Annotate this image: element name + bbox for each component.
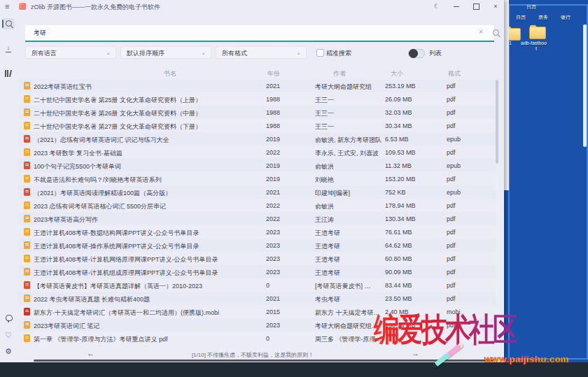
sidebar-item-downloads[interactable]: ↓ <box>2 43 15 55</box>
table-row[interactable]: 二十世纪中国史学名著 第26册 文化大革命研究资料（中册） 1988 王三一 3… <box>18 106 496 119</box>
book-title[interactable]: 王道计算机408考研-计算机组成原理网课PPT讲义-公众号书单目录 <box>34 269 244 278</box>
desktop-icon-label[interactable]: 银行 <box>561 14 570 21</box>
heart-icon: ♡ <box>2 330 15 340</box>
sidebar-item-notifications[interactable] <box>2 313 15 325</box>
format-filter-dropdown[interactable]: 所有格式 ⌄ <box>216 46 307 59</box>
table-scrollbar[interactable] <box>496 80 498 344</box>
book-title[interactable]: 第一章 《管理学-原理与方法》考研重点讲义 pdf <box>34 335 244 344</box>
screen-scrollbar-thumb[interactable] <box>583 24 587 147</box>
header-size[interactable]: 大小 <box>391 69 403 78</box>
book-title[interactable]: 二十世纪中国史学名著 第27册 文化大革命研究资料（下册） <box>34 122 244 131</box>
book-title[interactable]: 2022考研英语红宝书 <box>34 83 244 92</box>
table-row[interactable]: （2021）考研英语阅读理解精读100篇（高分版） 2021 印建坤[编著] 7… <box>18 185 496 199</box>
book-author: 俞敏洪, 新东方考研团队 <box>315 136 382 145</box>
book-title[interactable]: 2023 考研数学 复习全书·基础篇 <box>34 149 244 158</box>
book-author: [考研英语黄皮书] … <box>315 282 382 291</box>
desktop-icon-label[interactable]: 日历 <box>516 14 526 21</box>
desktop-icon-label[interactable]: 票务 <box>538 14 548 21</box>
horizontal-scrollbar[interactable] <box>34 360 494 362</box>
list-view-toggle[interactable] <box>408 49 425 58</box>
table-row[interactable]: 二十世纪中国史学名著 第27册 文化大革命研究资料（下册） 1988 王三一 3… <box>18 119 496 132</box>
book-title[interactable]: 2023 恋练有词考研英语核心词汇 5500分层串记 <box>34 202 244 211</box>
sort-filter-dropdown[interactable]: 默认排序顺序 ⌄ <box>120 46 211 59</box>
table-row[interactable]: 王道计算机408考研-数据结构网课PPT讲义-公众号书单目录 2023 王道考研… <box>18 225 496 239</box>
book-author: 王道考研 <box>315 269 382 278</box>
book-title[interactable]: 【考研英语黄皮书】考研英语真题详解（英语一）2010-2023 <box>34 282 244 291</box>
book-author: 王三一 <box>315 109 382 118</box>
book-format: pdf <box>447 122 482 129</box>
book-title[interactable]: 二十世纪中国史学名著 第25册 文化大革命研究资料（上册） <box>34 96 244 105</box>
table-scrollbar-thumb[interactable] <box>496 80 498 164</box>
sidebar-item-library[interactable] <box>2 69 15 80</box>
search-submit-icon[interactable] <box>493 29 499 36</box>
book-size: 76.61 MB <box>385 229 430 236</box>
minimize-button[interactable] <box>451 2 461 10</box>
book-size: 6.53 MB <box>385 136 430 143</box>
book-year: 2022 <box>266 149 297 156</box>
header-year[interactable]: 年份 <box>267 69 280 78</box>
book-year: 2023 <box>266 242 297 249</box>
book-title[interactable]: （2021）考研英语阅读理解精读100篇（高分版） <box>34 189 244 198</box>
bell-icon <box>6 315 13 321</box>
taskbar: W B] 30°C 阴 ∧ 英 + 5 10:58 2025-07-30 <box>0 362 588 377</box>
hamburger-menu-icon[interactable]: ≡ <box>5 2 9 10</box>
book-year: 0 <box>266 282 297 289</box>
book-title[interactable]: 王道计算机408考研-计算机网络原理网课PPT讲义-公众号书单目录 <box>34 255 244 264</box>
book-title[interactable]: 2023考研英语词汇 笔记 <box>34 322 244 331</box>
close-button[interactable]: × <box>491 2 500 10</box>
table-row[interactable]: （2021）恋练有词考研英语词汇 识记与练习大全 2019 俞敏洪, 新东方考研… <box>18 132 496 145</box>
folder-icon-adb-fastboot[interactable] <box>529 27 546 39</box>
book-title[interactable]: 王道计算机408考研-操作系统网课PPT讲义-公众号书单目录 <box>34 242 244 251</box>
header-format[interactable]: 格式 <box>448 69 461 78</box>
table-row[interactable]: 不就是语法和长难句吗？/刘晓艳考研英语系列 2019 刘晓艳 153.20 MB… <box>18 172 496 185</box>
book-format: pdf <box>447 149 482 156</box>
book-author: 王道考研 <box>315 255 382 264</box>
table-row[interactable]: 王道计算机408考研-计算机组成原理网课PPT讲义-公众号书单目录 2023 王… <box>18 265 496 278</box>
book-format: pdf <box>447 269 482 276</box>
theme-moon-icon[interactable]: ☾ <box>432 2 442 10</box>
table-row[interactable]: 王道计算机408考研-操作系统网课PPT讲义-公众号书单目录 2023 王道考研… <box>18 239 496 252</box>
book-title[interactable]: 王道计算机408考研-数据结构网课PPT讲义-公众号书单目录 <box>34 229 244 238</box>
sidebar-item-search[interactable] <box>2 18 15 29</box>
table-row[interactable]: 100个句子记完5500个考研单词 2019 俞敏洪 11.32 MB epub <box>18 159 496 172</box>
header-title[interactable]: 书名 <box>164 69 176 78</box>
table-row[interactable]: 2023 考研数学 复习全书·基础篇 2022 李永乐, 王式安, 刘喜波 10… <box>18 145 496 159</box>
book-title[interactable]: 不就是语法和长难句吗？/刘晓艳考研英语系列 <box>34 176 244 185</box>
clear-search-icon[interactable]: × <box>479 28 483 36</box>
sidebar-item-settings[interactable]: ⚙ <box>2 346 15 357</box>
book-title[interactable]: 2022 考虫考研英语真题 长难句精析400题 <box>34 295 244 304</box>
sidebar-item-favorites[interactable]: ♡ <box>2 330 15 341</box>
book-list: 2022考研英语红宝书 2021 考研大纲命题研究组 253.19 MB pdf… <box>18 79 496 345</box>
table-row[interactable]: 二十世纪中国史学名著 第25册 文化大革命研究资料（上册） 1988 王三一 2… <box>18 92 496 106</box>
book-format: pdf <box>447 176 482 183</box>
book-author: 印建坤[编著] <box>315 189 382 198</box>
header-author[interactable]: 作者 <box>333 69 346 78</box>
table-row[interactable]: 【考研英语黄皮书】考研英语真题详解（英语一）2010-2023 0 [考研英语黄… <box>18 278 496 292</box>
book-author: 刘晓艳 <box>315 176 382 185</box>
table-row[interactable]: 2023 恋练有词考研英语核心词汇 5500分层串记 2022 俞敏洪 178.… <box>18 199 496 212</box>
titlebar[interactable]: ≡ zOlib 开源图书——一款永久免费的电子书软件 ☾ × <box>0 0 504 13</box>
book-title[interactable]: 新东方·十天搞定考研词汇（考研英语一和二均适用）(便携版).mobi <box>34 308 244 318</box>
book-author: 王道考研 <box>315 229 382 238</box>
precise-search-checkbox[interactable] <box>316 49 324 57</box>
desktop-icon-label[interactable]: 日历 <box>526 3 536 10</box>
book-author: 考研大纲命题研究组… <box>315 322 382 331</box>
table-row[interactable]: 王道计算机408考研-计算机网络原理网课PPT讲义-公众号书单目录 2023 王… <box>18 252 496 265</box>
book-title[interactable]: （2021）恋练有词考研英语词汇 识记与练习大全 <box>34 136 244 145</box>
book-author: 考研大纲命题研究组 <box>315 83 382 92</box>
book-title[interactable]: 100个句子记完5500个考研单词 <box>34 162 244 171</box>
book-author: 李永乐, 王式安, 刘喜波 <box>315 149 382 158</box>
search-input[interactable]: 考研 × <box>25 25 494 42</box>
maximize-button[interactable] <box>471 2 481 10</box>
table-row[interactable]: 2023考研英语高分写作 2022 王江涛 130.34 MB pdf <box>18 212 496 225</box>
book-title[interactable]: 二十世纪中国史学名著 第26册 文化大革命研究资料（中册） <box>34 109 244 118</box>
book-year: 2019 <box>266 162 297 169</box>
book-file-icon <box>24 82 30 90</box>
language-filter-dropdown[interactable]: 所有语言 ⌄ <box>25 46 116 59</box>
book-size: 64.62 MB <box>385 242 430 249</box>
book-file-icon <box>24 201 30 209</box>
table-row[interactable]: 2022 考虫考研英语真题 长难句精析400题 2021 考虫考研 23.50 … <box>18 292 496 305</box>
book-size: 178.94 MB <box>385 202 430 209</box>
book-title[interactable]: 2023考研英语高分写作 <box>34 215 244 225</box>
table-row[interactable]: 2022考研英语红宝书 2021 考研大纲命题研究组 253.19 MB pdf <box>18 79 496 92</box>
